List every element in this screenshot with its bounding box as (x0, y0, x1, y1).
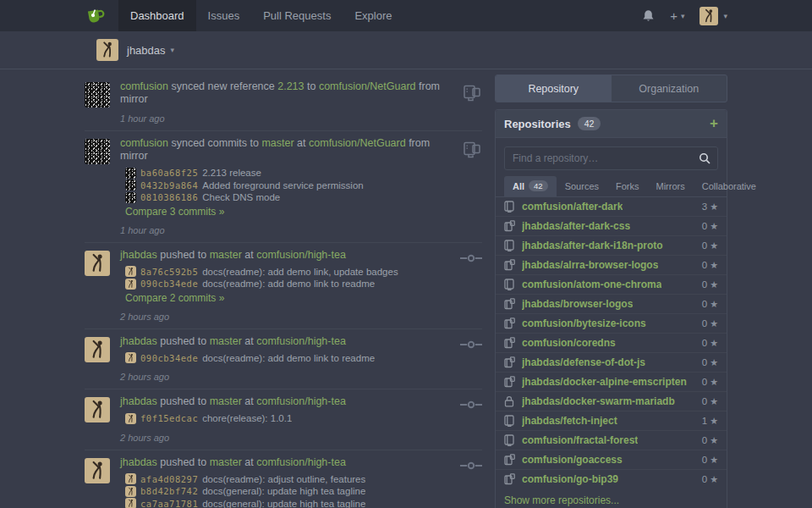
repo-row: jhabdas/browser-logos0★ (496, 295, 727, 314)
feed-actor-avatar (85, 337, 110, 362)
commit-sha-link[interactable]: ca7aa71781 (140, 498, 198, 508)
filter-mirrors[interactable]: Mirrors (648, 177, 694, 196)
context-switcher[interactable]: jhabdas ▾ (127, 44, 174, 57)
feed-link[interactable]: comfusion (120, 137, 168, 149)
repo-list: comfusion/after-dark3★jhabdas/after-dark… (496, 197, 727, 489)
repo-icon (504, 201, 516, 213)
commit-sha-link[interactable]: ba60a68f25 (140, 167, 198, 179)
repo-star-count: 0★ (702, 260, 718, 271)
star-icon: ★ (710, 318, 718, 329)
user-menu[interactable]: ▾ (700, 7, 727, 25)
feed-link[interactable]: jhabdas (120, 456, 157, 468)
commit-line: f0f15edcacchore(release): 1.0.1 (125, 412, 453, 425)
feed-link[interactable]: master (210, 249, 242, 261)
tab-repository[interactable]: Repository (496, 75, 612, 102)
feed-link[interactable]: comfusion/high-tea (256, 456, 346, 468)
feed-timestamp: 1 hour ago (120, 113, 453, 124)
compare-commits-link[interactable]: Compare 3 commits » (125, 206, 224, 218)
repo-star-count: 1★ (702, 416, 718, 427)
feed-link[interactable]: comfusion/high-tea (256, 395, 346, 407)
nav-item-pull-requests[interactable]: Pull Requests (251, 0, 343, 31)
star-icon: ★ (710, 396, 718, 407)
fork-icon (504, 473, 516, 485)
filter-sources[interactable]: Sources (557, 177, 607, 196)
commit-sha-link[interactable]: 0810386186 (140, 191, 198, 204)
feed-actor-avatar (85, 139, 110, 164)
notifications-bell-icon[interactable] (642, 9, 655, 23)
show-more-repositories-link[interactable]: Show more repositories... (496, 489, 727, 508)
repo-link[interactable]: jhabdas/docker-swarm-mariadb (522, 395, 675, 407)
repo-link[interactable]: comfusion/atom-one-chroma (522, 279, 661, 290)
nav-item-dashboard[interactable]: Dashboard (118, 0, 196, 31)
repo-link[interactable]: jhabdas/fetch-inject (522, 415, 617, 427)
feed-link[interactable]: 2.213 (277, 80, 304, 92)
context-bar: jhabdas ▾ (0, 31, 812, 69)
feed-item: jhabdas pushed to master at comfusion/hi… (85, 243, 482, 329)
feed-link[interactable]: master (210, 395, 242, 407)
commit-line: afa4d08297docs(readme): adjust outline, … (125, 473, 453, 486)
commit-author-avatar (125, 168, 136, 179)
feed-item: comfusion synced commits to master at co… (85, 131, 482, 243)
commit-sha-link[interactable]: 090cb34ede (140, 278, 198, 290)
lock-icon (504, 395, 516, 407)
commit-sha-link[interactable]: 090cb34ede (140, 352, 198, 365)
gitea-logo-icon[interactable] (85, 0, 107, 31)
repo-link[interactable]: comfusion/bytesize-icons (522, 318, 646, 329)
repo-link[interactable]: comfusion/fractal-forest (522, 434, 638, 446)
repo-link[interactable]: jhabdas/docker-alpine-emscripten (522, 376, 687, 388)
repo-star-count: 0★ (702, 279, 718, 290)
feed-link[interactable]: comfusion/high-tea (256, 335, 346, 347)
repo-star-count: 0★ (702, 357, 718, 368)
filter-all[interactable]: All42 (504, 176, 557, 196)
repo-row: jhabdas/docker-swarm-mariadb0★ (496, 392, 727, 411)
repo-star-count: 0★ (702, 377, 718, 388)
repo-link[interactable]: comfusion/coredns (522, 337, 616, 349)
commit-author-avatar (125, 498, 136, 508)
repo-link[interactable]: jhabdas/after-dark-i18n-proto (522, 240, 663, 251)
star-icon: ★ (710, 279, 718, 290)
repo-star-count: 0★ (702, 221, 718, 232)
filter-forks[interactable]: Forks (607, 177, 648, 196)
nav-item-issues[interactable]: Issues (196, 0, 252, 31)
nav-item-explore[interactable]: Explore (343, 0, 403, 31)
feed-link[interactable]: jhabdas (120, 335, 157, 347)
sidebar-tabbar: Repository Organization (495, 75, 727, 102)
repo-link[interactable]: comfusion/go-bip39 (522, 473, 618, 485)
commit-sha-link[interactable]: afa4d08297 (140, 473, 198, 486)
feed-item: comfusion synced new reference 2.213 to … (85, 75, 482, 131)
feed-link[interactable]: jhabdas (120, 249, 157, 261)
feed-title: comfusion synced new reference 2.213 to … (120, 80, 453, 106)
feed-link[interactable]: comfusion (120, 80, 168, 92)
commit-sha-link[interactable]: b8d42bf742 (140, 485, 198, 498)
tab-organization[interactable]: Organization (612, 75, 727, 102)
feed-link[interactable]: comfusion/NetGuard (309, 137, 406, 149)
repo-link[interactable]: jhabdas/after-dark-css (522, 220, 630, 232)
feed-timestamp: 2 hours ago (120, 312, 453, 322)
repo-link[interactable]: comfusion/after-dark (522, 201, 623, 213)
create-new-button[interactable]: + ▾ (670, 8, 684, 23)
feed-link[interactable]: master (210, 456, 242, 468)
commit-line: ba60a68f252.213 release (125, 167, 453, 179)
repo-link[interactable]: jhabdas/alrra-browser-logos (522, 259, 658, 271)
new-repository-button[interactable]: + (710, 118, 718, 130)
feed-link[interactable]: comfusion/NetGuard (319, 80, 416, 92)
feed-link[interactable]: master (210, 335, 242, 347)
star-icon: ★ (710, 357, 718, 368)
mirror-sync-icon (462, 84, 482, 124)
repo-search-input[interactable] (504, 146, 718, 170)
commit-line: 8a76c592b5docs(readme): add demo link, u… (125, 266, 453, 279)
compare-commits-link[interactable]: Compare 2 commits » (125, 292, 224, 304)
feed-text: at (242, 395, 256, 407)
repo-link[interactable]: comfusion/goaccess (522, 454, 623, 466)
filter-collaborative[interactable]: Collaborative (694, 177, 765, 196)
feed-link[interactable]: comfusion/high-tea (256, 249, 346, 261)
repo-link[interactable]: jhabdas/defense-of-dot-js (522, 356, 645, 368)
feed-link[interactable]: jhabdas (120, 395, 157, 407)
repo-link[interactable]: jhabdas/browser-logos (522, 298, 633, 310)
commit-sha-link[interactable]: f0f15edcac (140, 412, 198, 425)
commit-sha-link[interactable]: 0432b9a864 (140, 179, 198, 192)
repo-star-count: 0★ (702, 435, 718, 446)
feed-link[interactable]: master (261, 137, 294, 149)
feed-text: pushed to (157, 456, 210, 468)
commit-sha-link[interactable]: 8a76c592b5 (140, 266, 198, 279)
